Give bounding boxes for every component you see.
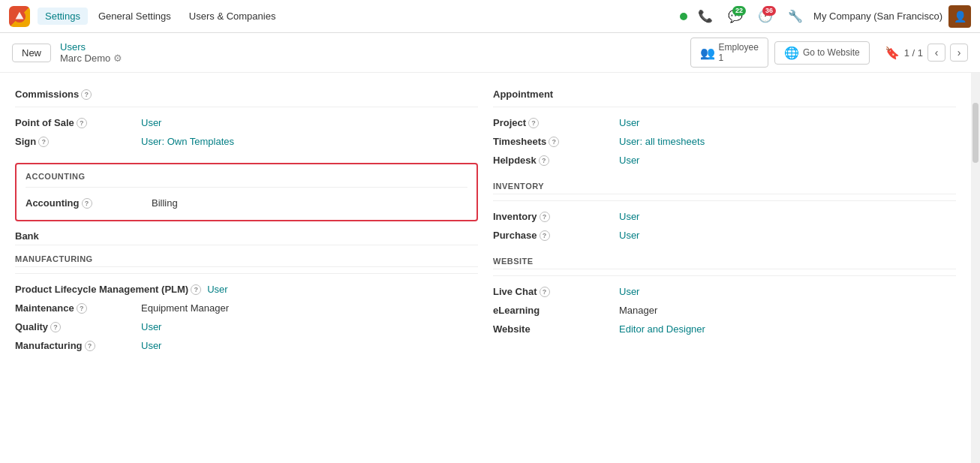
phone-icon-btn[interactable]: 📞 [693,5,717,29]
inventory-label: Inventory ? [493,211,613,222]
settings-gear-icon[interactable]: ⚙ [113,53,122,64]
project-value: User [619,117,639,128]
bank-row: Bank [15,227,478,245]
bookmark-icon[interactable]: 🔖 [885,46,900,60]
accounting-help-icon[interactable]: ? [82,198,92,209]
project-help-icon[interactable]: ? [528,118,539,128]
pos-label: Point of Sale ? [15,117,135,128]
pos-row: Point of Sale ? User [15,113,478,132]
inventory-value: User [619,211,639,222]
maintenance-help-icon[interactable]: ? [77,303,87,314]
maintenance-row: Maintenance ? Equipment Manager [15,299,478,317]
plm-value: User [207,284,227,295]
app-logo[interactable] [9,6,30,27]
commissions-label: Commissions ? [15,89,135,100]
elearning-label: eLearning [493,305,613,316]
helpdesk-label: Helpdesk ? [493,155,613,166]
timesheets-label: Timesheets ? [493,136,613,147]
livechat-help-icon[interactable]: ? [540,287,550,297]
manufacturing-field-value: User [141,340,161,351]
pos-help-icon[interactable]: ? [77,118,87,128]
elearning-value: Manager [619,305,657,316]
main-content: Commissions ? Point of Sale ? User [0,73,980,463]
actionbar-right: 🔖 1 / 1 ‹ › [885,44,968,62]
settings-icon-btn[interactable]: 🔧 [783,5,807,29]
website-section-header: WEBSITE [493,257,956,269]
appointment-label: Appointment [493,89,613,100]
wrench-icon: 🔧 [788,9,803,23]
go-to-website-button[interactable]: 🌐 Go to Website [774,41,870,65]
actionbar-center: 👥 Employee 1 🌐 Go to Website [690,38,870,68]
commissions-row: Commissions ? [15,85,478,104]
activity-icon-btn[interactable]: 🕐 36 [753,5,777,29]
project-row: Project ? User [493,113,956,132]
manufacturing-field-row: Manufacturing ? User [15,336,478,355]
website-row: Website Editor and Designer [493,320,956,338]
employee-count: 1 [719,53,724,63]
sign-label: Sign ? [15,136,135,147]
breadcrumb-current-label: Marc Demo [60,53,110,64]
livechat-label: Live Chat ? [493,286,613,297]
inventory-help-icon[interactable]: ? [540,212,550,222]
plm-help-icon[interactable]: ? [191,284,201,295]
helpdesk-value: User [619,155,639,166]
quality-label: Quality ? [15,321,135,332]
helpdesk-help-icon[interactable]: ? [539,155,549,166]
website-section: WEBSITE Live Chat ? User eLearning Manag… [493,257,956,338]
go-to-website-label: Go to Website [803,47,860,58]
quality-row: Quality ? User [15,317,478,336]
phone-icon: 📞 [698,9,713,23]
breadcrumb: Users Marc Demo ⚙ [60,41,681,64]
two-col-layout: Commissions ? Point of Sale ? User [15,85,956,355]
prev-arrow[interactable]: ‹ [927,44,945,62]
quality-help-icon[interactable]: ? [50,322,61,332]
chat-icon-btn[interactable]: 💬 22 [723,5,747,29]
breadcrumb-parent-link[interactable]: Users [60,41,681,53]
activity-badge: 36 [762,6,776,17]
purchase-row: Purchase ? User [493,226,956,245]
topbar-right: 📞 💬 22 🕐 36 🔧 My Company (San Francisco)… [680,5,971,29]
maintenance-label: Maintenance ? [15,302,135,314]
scrollbar-thumb[interactable] [972,103,978,163]
elearning-row: eLearning Manager [493,301,956,320]
commissions-help-icon[interactable]: ? [81,89,92,100]
quality-value: User [141,321,161,332]
inventory-section-header: INVENTORY [493,182,956,194]
manufacturing-help-icon[interactable]: ? [85,341,95,351]
nav-settings[interactable]: Settings [38,8,88,25]
employee-button[interactable]: 👥 Employee 1 [690,38,768,68]
employee-label: Employee [719,42,759,53]
website-label: Website [493,323,613,335]
accounting-highlighted-box: ACCOUNTING Accounting ? Billing [15,163,478,221]
nav-users-companies[interactable]: Users & Companies [182,8,284,25]
sign-row: Sign ? User: Own Templates [15,132,478,151]
sign-help-icon[interactable]: ? [38,137,49,147]
left-column: Commissions ? Point of Sale ? User [15,85,478,355]
next-arrow[interactable]: › [950,44,968,62]
timesheets-row: Timesheets ? User: all timesheets [493,132,956,151]
purchase-help-icon[interactable]: ? [540,230,550,241]
chat-badge: 22 [732,6,746,17]
project-label: Project ? [493,117,613,128]
manufacturing-section-header: MANUFACTURING [15,254,478,267]
inventory-section: INVENTORY Inventory ? User Purchase ? [493,182,956,245]
timesheets-value: User: all timesheets [619,136,705,147]
scrollbar[interactable] [971,73,980,463]
new-button[interactable]: New [12,44,51,62]
nav-general-settings[interactable]: General Settings [91,8,179,25]
livechat-value: User [619,286,639,297]
accounting-label: Accounting ? [26,197,146,209]
breadcrumb-current: Marc Demo ⚙ [60,53,681,64]
website-value: Editor and Designer [619,323,705,335]
company-name: My Company (San Francisco) [813,11,942,22]
purchase-value: User [619,230,639,241]
maintenance-value: Equipment Manager [141,302,229,314]
right-column: Appointment Project ? User Timesheets ? [493,85,956,355]
livechat-row: Live Chat ? User [493,282,956,301]
user-avatar[interactable]: 👤 [948,5,971,28]
timesheets-help-icon[interactable]: ? [549,137,559,147]
helpdesk-row: Helpdesk ? User [493,151,956,170]
topbar: Settings General Settings Users & Compan… [0,0,980,33]
accounting-section: ACCOUNTING Accounting ? Billing Bank [15,163,478,245]
page-info: 1 / 1 [904,47,923,59]
